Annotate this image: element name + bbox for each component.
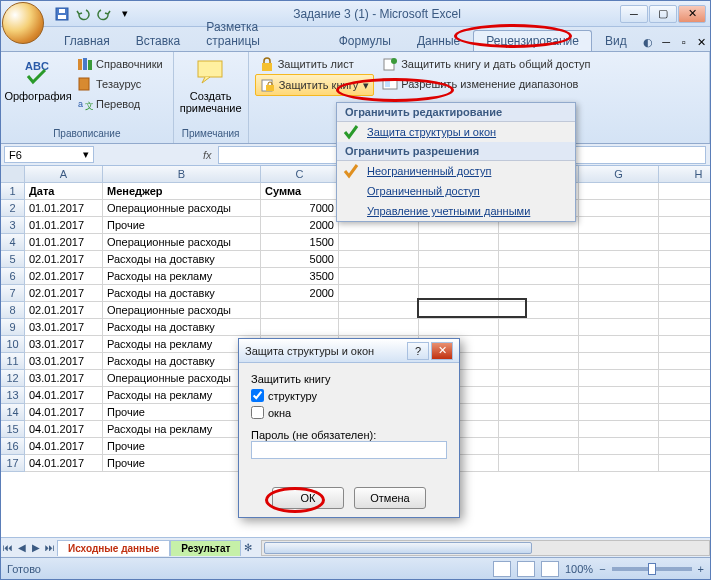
row-header[interactable]: 15 xyxy=(1,421,25,438)
dd-item-protect-structure[interactable]: Защита структуры и окон xyxy=(337,122,575,142)
office-button[interactable] xyxy=(2,2,44,44)
cell[interactable] xyxy=(659,183,710,200)
col-header[interactable]: C xyxy=(261,166,339,183)
cell[interactable] xyxy=(339,285,419,302)
cell[interactable] xyxy=(261,302,339,319)
cell[interactable]: Прочие xyxy=(103,217,261,234)
row-header[interactable]: 13 xyxy=(1,387,25,404)
row-header[interactable]: 6 xyxy=(1,268,25,285)
sheet-nav-next[interactable]: ▶ xyxy=(29,540,43,556)
close-button[interactable]: ✕ xyxy=(678,5,706,23)
cell[interactable]: Дата xyxy=(25,183,103,200)
cell[interactable] xyxy=(499,370,579,387)
tab-insert[interactable]: Вставка xyxy=(123,30,194,51)
dd-item-manage-creds[interactable]: Управление учетными данными xyxy=(337,201,575,221)
cell[interactable] xyxy=(419,285,499,302)
cell[interactable] xyxy=(659,438,710,455)
ok-button[interactable]: ОК xyxy=(272,487,344,509)
cell[interactable] xyxy=(579,268,659,285)
zoom-slider[interactable] xyxy=(612,567,692,571)
cell[interactable]: Операционные расходы xyxy=(103,234,261,251)
tab-home[interactable]: Главная xyxy=(51,30,123,51)
tab-formulas[interactable]: Формулы xyxy=(326,30,404,51)
sheet-nav-first[interactable]: ⏮ xyxy=(1,540,15,556)
cell[interactable] xyxy=(579,217,659,234)
checkbox-windows[interactable] xyxy=(251,406,264,419)
cell[interactable] xyxy=(499,404,579,421)
view-normal-button[interactable] xyxy=(493,561,511,577)
cell[interactable]: 04.01.2017 xyxy=(25,438,103,455)
col-header[interactable]: B xyxy=(103,166,261,183)
fx-icon[interactable]: fx xyxy=(197,149,218,161)
cell[interactable] xyxy=(579,336,659,353)
col-header[interactable]: A xyxy=(25,166,103,183)
maximize-button[interactable]: ▢ xyxy=(649,5,677,23)
cell[interactable] xyxy=(659,421,710,438)
cell[interactable] xyxy=(579,285,659,302)
cell[interactable]: 5000 xyxy=(261,251,339,268)
cell[interactable] xyxy=(499,234,579,251)
row-header[interactable]: 16 xyxy=(1,438,25,455)
redo-icon[interactable] xyxy=(95,5,113,23)
cell[interactable]: 04.01.2017 xyxy=(25,404,103,421)
cell[interactable] xyxy=(499,251,579,268)
cell[interactable] xyxy=(499,302,579,319)
row-header[interactable]: 14 xyxy=(1,404,25,421)
thesaurus-button[interactable]: Тезаурус xyxy=(73,74,167,94)
cell[interactable] xyxy=(339,268,419,285)
doc-close-icon[interactable]: ✕ xyxy=(692,33,710,51)
new-sheet-icon[interactable]: ✻ xyxy=(241,540,255,556)
sheet-tab-source[interactable]: Исходные данные xyxy=(57,540,170,556)
cell[interactable] xyxy=(499,336,579,353)
tab-page-layout[interactable]: Разметка страницы xyxy=(193,16,325,51)
cell[interactable] xyxy=(499,455,579,472)
cell[interactable] xyxy=(499,285,579,302)
row-header[interactable]: 1 xyxy=(1,183,25,200)
cell[interactable]: 02.01.2017 xyxy=(25,251,103,268)
view-break-button[interactable] xyxy=(541,561,559,577)
cell[interactable] xyxy=(579,251,659,268)
cell[interactable] xyxy=(659,319,710,336)
protect-sheet-button[interactable]: Защитить лист xyxy=(255,54,375,74)
qat-dropdown-icon[interactable]: ▾ xyxy=(116,5,134,23)
cell[interactable]: 04.01.2017 xyxy=(25,455,103,472)
share-workbook-button[interactable]: Защитить книгу и дать общий доступ xyxy=(378,54,594,74)
select-all-corner[interactable] xyxy=(1,166,25,183)
cell[interactable] xyxy=(419,268,499,285)
help-icon[interactable]: ◐ xyxy=(640,33,658,51)
cell[interactable]: 04.01.2017 xyxy=(25,387,103,404)
cell[interactable] xyxy=(579,387,659,404)
cell[interactable] xyxy=(499,268,579,285)
row-header[interactable]: 11 xyxy=(1,353,25,370)
col-header[interactable]: G xyxy=(579,166,659,183)
cell[interactable] xyxy=(339,234,419,251)
cell[interactable]: Расходы на доставку xyxy=(103,251,261,268)
row-header[interactable]: 3 xyxy=(1,217,25,234)
doc-minimize-icon[interactable]: ─ xyxy=(657,33,675,51)
cell[interactable] xyxy=(261,319,339,336)
cell[interactable] xyxy=(579,455,659,472)
minimize-button[interactable]: ─ xyxy=(620,5,648,23)
row-header[interactable]: 2 xyxy=(1,200,25,217)
row-header[interactable]: 7 xyxy=(1,285,25,302)
translate-button[interactable]: a文Перевод xyxy=(73,94,167,114)
cell[interactable]: Операционные расходы xyxy=(103,302,261,319)
name-box[interactable]: F6▾ xyxy=(4,146,94,163)
cell[interactable] xyxy=(499,319,579,336)
cell[interactable] xyxy=(659,285,710,302)
cell[interactable]: 03.01.2017 xyxy=(25,319,103,336)
cell[interactable] xyxy=(499,421,579,438)
cell[interactable] xyxy=(579,421,659,438)
cell[interactable]: Менеджер xyxy=(103,183,261,200)
view-layout-button[interactable] xyxy=(517,561,535,577)
password-input[interactable] xyxy=(251,441,447,459)
spelling-button[interactable]: ABC Орфография xyxy=(7,54,69,104)
row-header[interactable]: 4 xyxy=(1,234,25,251)
checkbox-structure[interactable] xyxy=(251,389,264,402)
cell[interactable] xyxy=(419,302,499,319)
cell[interactable]: 3500 xyxy=(261,268,339,285)
row-header[interactable]: 17 xyxy=(1,455,25,472)
cell[interactable] xyxy=(659,302,710,319)
cell[interactable]: Операционные расходы xyxy=(103,200,261,217)
cell[interactable] xyxy=(579,319,659,336)
